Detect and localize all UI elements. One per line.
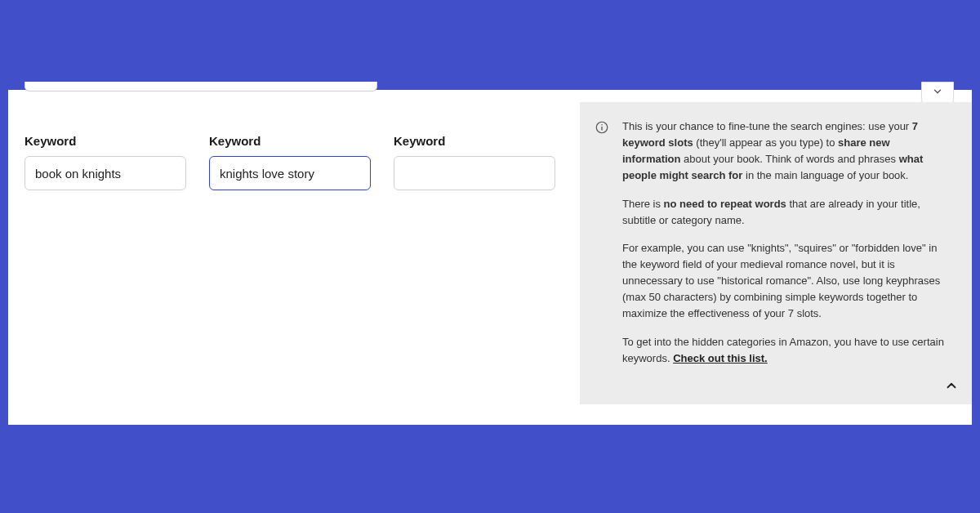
svg-point-2 (601, 124, 603, 126)
info-panel: This is your chance to fine-tune the sea… (580, 102, 972, 404)
collapse-tab[interactable] (921, 82, 954, 105)
keyword-group-1: Keyword (24, 134, 186, 190)
info-paragraph-4: To get into the hidden categories in Ama… (622, 334, 949, 367)
info-paragraph-3: For example, you can use "knights", "squ… (622, 240, 949, 323)
keyword-label: Keyword (24, 134, 186, 148)
keyword-label: Keyword (394, 134, 555, 148)
previous-field-fragment (24, 82, 377, 91)
keyword-label: Keyword (209, 134, 371, 148)
collapse-panel-button[interactable] (944, 378, 960, 395)
keyword-input-2[interactable] (209, 156, 371, 190)
keyword-input-3[interactable] (394, 156, 555, 190)
chevron-up-icon (944, 383, 959, 395)
info-paragraph-1: This is your chance to fine-tune the sea… (622, 118, 949, 185)
keyword-list-link[interactable]: Check out this list. (673, 352, 768, 364)
keyword-input-1[interactable] (24, 156, 186, 190)
keyword-group-2: Keyword (209, 134, 371, 190)
keyword-group-3: Keyword (394, 134, 555, 190)
main-panel: Keyword Keyword Keyword This is your cha… (8, 90, 972, 425)
keyword-row: Keyword Keyword Keyword (24, 134, 555, 190)
info-icon (595, 120, 609, 135)
chevron-down-icon (932, 86, 943, 100)
info-paragraph-2: There is no need to repeat words that ar… (622, 196, 949, 229)
